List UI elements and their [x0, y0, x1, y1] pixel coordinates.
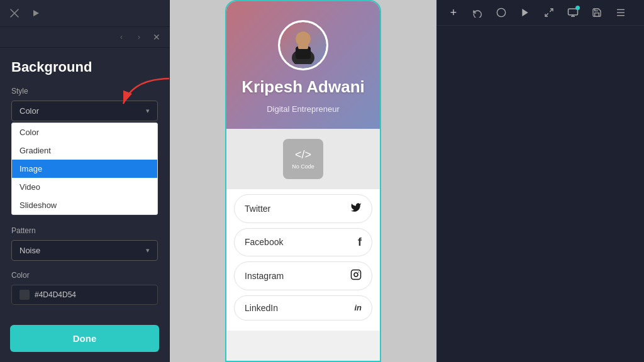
pattern-label: Pattern: [11, 226, 158, 235]
undo-icon[interactable]: [470, 5, 485, 20]
play-icon[interactable]: [29, 6, 43, 20]
redo-icon[interactable]: [494, 5, 509, 20]
svg-line-12: [550, 9, 553, 12]
avatar-image: [280, 22, 326, 69]
close-icon[interactable]: [8, 6, 21, 20]
style-dropdown-wrapper: Color ▾ Color Gradient Image Video Slide…: [11, 101, 158, 215]
nocode-box: </> No Code: [283, 139, 323, 179]
option-slideshow[interactable]: Slideshow: [12, 196, 157, 214]
panel-content: Background Style Color ▾ Color Gradient …: [0, 48, 169, 325]
pattern-dropdown-container: Noise ▾: [11, 240, 158, 261]
style-dropdown-menu: Color Gradient Image Video Slideshow: [11, 123, 158, 215]
menu-icon[interactable]: [613, 5, 628, 20]
preview-frame: Kripesh Adwani Digital Entrepreneur </> …: [225, 0, 381, 362]
profile-subtitle: Digital Entrepreneur: [267, 104, 340, 114]
option-video[interactable]: Video: [12, 178, 157, 196]
svg-line-13: [545, 13, 548, 16]
nocode-label: No Code: [292, 163, 314, 170]
link-label-instagram: Instagram: [245, 271, 284, 281]
pattern-section: Pattern Noise ▾: [11, 226, 158, 261]
svg-rect-7: [352, 270, 361, 279]
svg-point-9: [358, 272, 359, 273]
links-section: Twitter Facebook f Instagram: [226, 189, 380, 331]
style-selected-value: Color: [19, 106, 39, 116]
card-header: Kripesh Adwani Digital Entrepreneur: [226, 1, 380, 129]
pattern-dropdown[interactable]: Noise ▾: [11, 240, 158, 261]
done-button[interactable]: Done: [10, 325, 159, 352]
color-value-box[interactable]: #4D4D4D54: [11, 285, 158, 305]
avatar: [278, 20, 328, 70]
instagram-icon: [350, 269, 362, 283]
pattern-selected-value: Noise: [19, 246, 40, 255]
right-content: [437, 26, 644, 362]
color-swatch: [19, 290, 30, 300]
svg-marker-11: [522, 9, 528, 16]
option-color[interactable]: Color: [12, 123, 157, 141]
svg-rect-6: [298, 44, 308, 49]
add-icon[interactable]: +: [446, 5, 461, 20]
nav-close-icon[interactable]: ✕: [150, 31, 163, 43]
link-label-twitter: Twitter: [245, 204, 270, 214]
option-image[interactable]: Image: [12, 160, 157, 178]
right-toolbar: +: [437, 0, 644, 26]
color-section: Color #4D4D4D54: [11, 271, 158, 305]
link-label-linkedin: LinkedIn: [245, 303, 278, 313]
linkedin-icon: in: [354, 303, 362, 312]
link-item-twitter[interactable]: Twitter: [234, 194, 372, 223]
play-preview-icon[interactable]: [518, 5, 533, 20]
color-hex-value: #4D4D4D54: [35, 290, 76, 299]
nav-forward-icon[interactable]: ›: [133, 31, 145, 43]
option-gradient[interactable]: Gradient: [12, 141, 157, 160]
center-area: Kripesh Adwani Digital Entrepreneur </> …: [170, 0, 436, 362]
nocode-icon: </>: [295, 148, 311, 162]
expand-icon[interactable]: [541, 5, 557, 20]
panel-nav: ‹ › ✕: [0, 27, 169, 48]
nocode-badge: </> No Code: [226, 129, 380, 189]
pattern-chevron-icon: ▾: [146, 246, 150, 255]
top-bar-left: [0, 0, 169, 27]
link-label-facebook: Facebook: [245, 237, 283, 247]
notification-dot: [575, 6, 580, 10]
profile-name: Kripesh Adwani: [242, 78, 365, 97]
svg-point-10: [497, 8, 505, 16]
left-panel: ‹ › ✕ Background Style Color ▾ Color: [0, 0, 170, 362]
save-icon[interactable]: [589, 5, 604, 20]
link-item-instagram[interactable]: Instagram: [234, 261, 372, 290]
right-panel: +: [436, 0, 644, 362]
nav-back-icon[interactable]: ‹: [115, 31, 128, 43]
facebook-icon: f: [358, 236, 362, 249]
panel-title: Background: [11, 59, 158, 75]
annotation-arrow: [114, 75, 169, 113]
color-label: Color: [11, 271, 158, 280]
desktop-icon[interactable]: [565, 5, 580, 20]
svg-point-8: [354, 273, 358, 277]
svg-marker-0: [33, 10, 39, 16]
link-item-linkedin[interactable]: LinkedIn in: [234, 295, 372, 321]
link-item-facebook[interactable]: Facebook f: [234, 228, 372, 256]
twitter-icon: [350, 202, 362, 216]
